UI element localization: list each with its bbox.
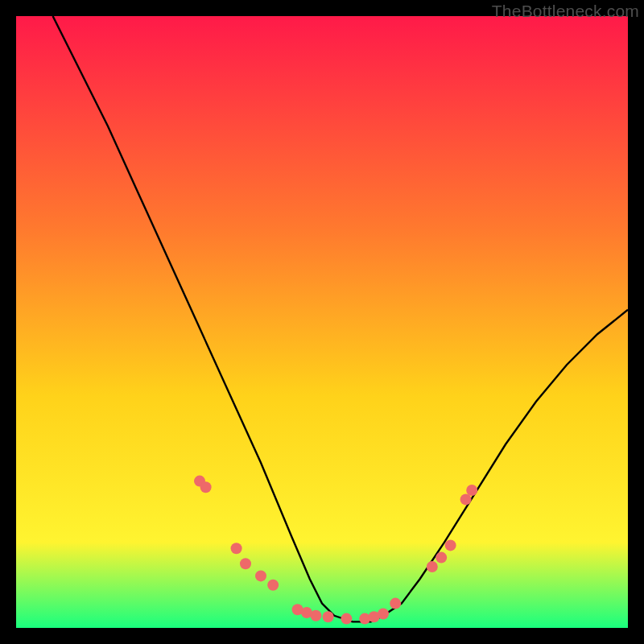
gradient-background	[16, 16, 628, 628]
marker-dot	[200, 481, 212, 493]
marker-dot	[436, 552, 447, 564]
marker-dot	[323, 611, 334, 622]
marker-dot	[390, 598, 401, 609]
marker-dot	[378, 609, 389, 620]
marker-dot	[240, 558, 251, 569]
watermark-text: TheBottleneck.com	[492, 2, 639, 21]
bottleneck-chart	[16, 16, 628, 628]
marker-dot	[460, 493, 472, 505]
marker-dot	[231, 543, 242, 554]
marker-dot	[341, 613, 352, 625]
marker-dot	[255, 570, 266, 581]
marker-dot	[267, 580, 279, 591]
marker-dot	[310, 610, 321, 621]
chart-frame	[16, 16, 628, 628]
marker-dot	[427, 561, 438, 572]
marker-dot	[466, 485, 477, 496]
marker-dot	[445, 539, 456, 551]
